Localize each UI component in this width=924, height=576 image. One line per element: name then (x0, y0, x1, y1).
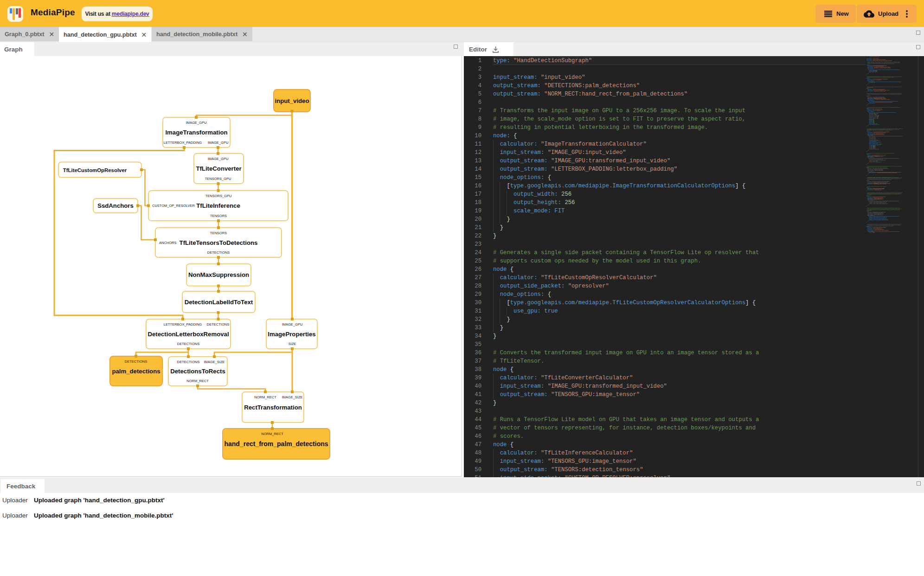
svg-text:}: } (867, 73, 868, 74)
svg-text:}: } (866, 126, 867, 127)
svg-text:input_video: input_video (275, 97, 309, 104)
svg-text:TENSORS: TENSORS (210, 231, 227, 235)
svg-text:# vector of tensors representi: # vector of tensors representing, for in… (866, 94, 901, 95)
svg-text:# input image to the graph bef: # input image to the graph before image … (866, 179, 892, 180)
svg-text:DETECTIONS: DETECTIONS (125, 359, 147, 364)
svg-text:NonMaxSuppression: NonMaxSuppression (188, 271, 249, 278)
svg-text:DetectionLabelIdToText: DetectionLabelIdToText (185, 299, 253, 306)
svg-text:output_stream: "TENSORS_GPU:im: output_stream: "TENSORS_GPU:image_tensor… (867, 90, 886, 92)
svg-text:label_map_path: "mediapipe/mod: label_map_path: "mediapipe/models/palm_d… (869, 172, 897, 173)
svg-text:}: } (867, 221, 868, 222)
svg-text:# supports custom ops needed b: # supports custom ops needed by the mode… (866, 77, 894, 77)
svg-text:TENSORS_GPU: TENSORS_GPU (205, 177, 231, 181)
svg-text:hand_rect_from_palm_detections: hand_rect_from_palm_detections (224, 440, 328, 448)
svg-text:DETECTIONS: DETECTIONS (177, 360, 199, 364)
svg-text:DetectionsToRects: DetectionsToRects (170, 368, 225, 375)
svg-text:scale_y: 2.6: scale_y: 2.6 (869, 233, 875, 233)
svg-text:}: } (868, 149, 869, 150)
svg-text:}: } (866, 175, 867, 176)
svg-text:IMAGE_GPU: IMAGE_GPU (282, 322, 303, 326)
svg-text:TfLiteConverter: TfLiteConverter (196, 165, 241, 172)
svg-text:TfLiteTensorsToDetections: TfLiteTensorsToDetections (180, 239, 258, 246)
svg-text:ImageProperties: ImageProperties (268, 331, 315, 338)
svg-text:CUSTOM_OP_RESOLVER: CUSTOM_OP_RESOLVER (152, 204, 195, 208)
svg-text:}: } (868, 83, 869, 83)
svg-text:rotation_vector_target_angle_d: rotation_vector_target_angle_degrees: 90 (869, 203, 887, 205)
svg-text:DetectionLetterboxRemoval: DetectionLetterboxRemoval (148, 331, 229, 338)
svg-text:}: } (867, 150, 868, 151)
svg-text:}: } (868, 220, 869, 221)
svg-text:# Extracts image size from the: # Extracts image size from the input ima… (866, 186, 886, 187)
svg-text:type: "HandDetectionSubgraph": type: "HandDetectionSubgraph" (866, 56, 879, 57)
svg-text:# resulting in potential lette: # resulting in potential letterboxing in… (866, 63, 895, 64)
svg-text:TENSORS: TENSORS (210, 214, 227, 218)
svg-text:DETECTIONS: DETECTIONS (207, 322, 229, 326)
svg-text:}: } (866, 205, 867, 206)
svg-text:# Performs non-max suppression: # Performs non-max suppression to remove… (866, 153, 894, 154)
svg-text:}: } (867, 163, 868, 164)
svg-text:}: } (866, 105, 867, 106)
svg-text:RectTransformation: RectTransformation (244, 404, 302, 411)
svg-text:}: } (866, 164, 867, 165)
svg-text:output_stream: "SIZE:image_siz: output_stream: "SIZE:image_size" (867, 189, 882, 191)
svg-text:use_gpu: true: use_gpu: true (869, 102, 875, 104)
svg-text:IMAGE_GPU: IMAGE_GPU (186, 121, 207, 125)
svg-text:scale_mode: FIT: scale_mode: FIT (869, 71, 876, 73)
svg-text:}: } (866, 151, 867, 152)
svg-text:use_gpu: true: use_gpu: true (869, 82, 875, 83)
svg-text:}: } (868, 173, 869, 174)
svg-text:fixed_anchor_size: true: fixed_anchor_size: true (869, 124, 880, 125)
svg-text:# and shifted so that it is li: # and shifted so that it is likely to co… (866, 225, 894, 226)
svg-text:LETTERBOX_PADDING: LETTERBOX_PADDING (164, 141, 202, 145)
svg-text:LETTERBOX_PADDING: LETTERBOX_PADDING (164, 322, 202, 326)
svg-text:NORM_RECT: NORM_RECT (261, 432, 283, 436)
svg-text:TENSORS_GPU: TENSORS_GPU (205, 194, 232, 198)
svg-text:IMAGE_SIZE: IMAGE_SIZE (204, 360, 225, 364)
svg-text:}: } (867, 125, 868, 126)
svg-text:output_stream: "NORM_RECT:hand: output_stream: "NORM_RECT:hand_rect_from… (866, 60, 892, 61)
svg-text:ImageTransformation: ImageTransformation (165, 129, 227, 136)
svg-text:}: } (866, 74, 867, 75)
svg-text:output_stream: "DETECTIONS:pal: output_stream: "DETECTIONS:palm_detectio… (867, 183, 887, 185)
svg-text:# map is provided in the label: # map is provided in the label_map_path … (866, 166, 888, 168)
svg-text:NORM_RECT: NORM_RECT (186, 379, 209, 383)
svg-text:NORM_RECT: NORM_RECT (254, 395, 276, 399)
svg-text:}: } (866, 84, 867, 85)
svg-text:DETECTIONS: DETECTIONS (177, 342, 199, 346)
svg-text:}: } (867, 104, 868, 105)
svg-text:}: } (866, 222, 867, 223)
svg-text:}: } (868, 162, 869, 163)
svg-text:min_score_thresh: 0.7: min_score_thresh: 0.7 (869, 148, 879, 150)
svg-text:IMAGE_GPU: IMAGE_GPU (208, 141, 229, 145)
svg-text:SsdAnchors: SsdAnchors (97, 202, 134, 209)
svg-text:SIZE: SIZE (289, 342, 296, 346)
svg-text:DETECTIONS: DETECTIONS (207, 250, 230, 255)
svg-text:}: } (866, 184, 867, 185)
svg-text:}: } (868, 204, 869, 205)
svg-text:# detections. Each detection d: # detections. Each detection describes a… (866, 129, 892, 130)
svg-text:TfLiteInference: TfLiteInference (196, 202, 240, 209)
svg-text:}: } (868, 124, 869, 125)
svg-text:IMAGE_SIZE: IMAGE_SIZE (282, 395, 302, 399)
svg-text:}: } (868, 72, 869, 73)
svg-text:}: } (868, 103, 869, 104)
svg-text:}: } (866, 190, 867, 191)
svg-text:}: } (867, 205, 868, 205)
svg-text:output_zero_rect_for_empty_det: output_zero_rect_for_empty_detections: t… (869, 219, 889, 221)
svg-text:ANCHORS: ANCHORS (159, 241, 177, 245)
svg-text:IMAGE_GPU: IMAGE_GPU (208, 157, 229, 161)
svg-text:}: } (867, 83, 868, 84)
svg-text:}: } (867, 174, 868, 175)
svg-text:return_empty_detections: true: return_empty_detections: true (869, 161, 883, 163)
svg-text:TfLiteCustomOpResolver: TfLiteCustomOpResolver (63, 167, 127, 173)
svg-text:palm_detections: palm_detections (112, 368, 160, 375)
svg-text:}: } (866, 91, 867, 92)
